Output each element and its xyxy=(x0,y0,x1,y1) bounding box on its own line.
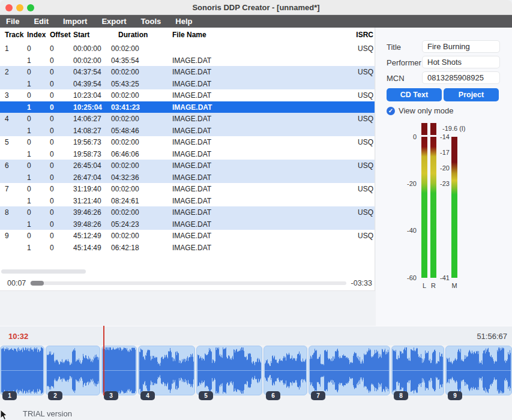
table-row[interactable]: 1 0 31:21:40 08:24:61 IMAGE.DAT xyxy=(0,195,375,207)
cell-track: 4 xyxy=(5,115,9,123)
cell-duration: 00:02:00 xyxy=(111,208,139,217)
table-row[interactable]: 8 0 0 39:46:26 00:02:00 IMAGE.DAT USQ xyxy=(0,206,375,218)
cell-file-name: IMAGE.DAT xyxy=(172,185,211,193)
cell-track: 1 xyxy=(5,44,9,53)
audio-clip[interactable]: 3 xyxy=(101,346,137,395)
cell-file-name: IMAGE.DAT xyxy=(172,56,211,65)
cell-index: 0 xyxy=(27,138,31,146)
cell-index: 0 xyxy=(27,44,31,53)
table-row[interactable]: 7 0 0 31:19:40 00:02:00 IMAGE.DAT USQ xyxy=(0,183,375,195)
cell-index: 1 xyxy=(27,127,31,135)
table-row[interactable]: 1 0 14:08:27 05:48:46 IMAGE.DAT xyxy=(0,125,375,137)
table-row[interactable]: 1 0 04:39:54 05:43:25 IMAGE.DAT xyxy=(0,78,375,90)
column-header-duration[interactable]: Duration xyxy=(118,31,148,39)
playback-slider[interactable] xyxy=(30,281,346,285)
cell-duration: 00:02:00 xyxy=(111,68,139,76)
cell-start: 10:23:04 xyxy=(73,91,101,100)
column-header-file-name[interactable]: File Name xyxy=(172,31,206,39)
table-row[interactable]: 1 0 19:58:73 06:46:06 IMAGE.DAT xyxy=(0,148,375,160)
cell-start: 04:39:54 xyxy=(73,80,101,88)
cell-track: 9 xyxy=(5,232,9,240)
audio-clip[interactable]: 5 xyxy=(196,346,262,395)
menu-item-tools[interactable]: Tools xyxy=(141,17,161,26)
cell-duration: 06:46:06 xyxy=(111,150,139,158)
m-scale-23: -23 xyxy=(432,180,450,187)
cell-duration: 05:43:25 xyxy=(111,80,139,88)
table-row[interactable]: 1 0 0 00:00:00 00:02:00 USQ xyxy=(0,43,375,55)
table-row[interactable]: 1 0 39:48:26 05:24:23 IMAGE.DAT xyxy=(0,218,375,230)
cell-start: 31:21:40 xyxy=(73,197,101,205)
lr-scale-60: -60 xyxy=(399,274,417,281)
column-header-start[interactable]: Start xyxy=(73,31,89,39)
cell-file-name: IMAGE.DAT xyxy=(172,173,211,182)
menu-item-export[interactable]: Export xyxy=(101,17,126,26)
track-number-badge: 9 xyxy=(448,391,462,400)
cell-offset: 0 xyxy=(50,185,54,193)
cell-offset: 0 xyxy=(50,80,54,88)
audio-clip[interactable]: 7 xyxy=(309,346,390,395)
cell-offset: 0 xyxy=(50,91,54,100)
table-header-row: Track Index Offset Start Duration File N… xyxy=(0,28,375,42)
cell-offset: 0 xyxy=(50,161,54,170)
cell-index: 0 xyxy=(27,185,31,193)
column-header-index[interactable]: Index xyxy=(27,31,46,39)
playback-slider-handle[interactable] xyxy=(31,281,44,286)
audio-clip[interactable]: 2 xyxy=(46,346,100,395)
cell-start: 14:06:27 xyxy=(73,115,101,123)
transport-bar: SRC xyxy=(0,291,512,326)
cell-start: 45:14:49 xyxy=(73,244,101,252)
audio-clip[interactable]: 4 xyxy=(138,346,195,395)
table-row[interactable]: 1 0 26:47:04 04:32:36 IMAGE.DAT xyxy=(0,172,375,184)
column-header-isrc[interactable]: ISRC xyxy=(356,31,373,39)
cell-file-name: IMAGE.DAT xyxy=(172,68,211,76)
table-row[interactable]: 2 0 0 04:37:54 00:02:00 IMAGE.DAT USQ xyxy=(0,66,375,78)
cell-isrc: USQ xyxy=(358,68,373,76)
mcn-input[interactable]: 0813285908925 xyxy=(422,71,500,84)
table-row[interactable]: 1 0 00:02:00 04:35:54 IMAGE.DAT xyxy=(0,55,375,67)
menu-item-help[interactable]: Help xyxy=(175,17,192,26)
table-row[interactable]: 9 0 0 45:12:49 00:02:00 IMAGE.DAT USQ xyxy=(0,230,375,242)
audio-clip[interactable]: 1 xyxy=(0,346,44,395)
cd-text-button[interactable]: CD Text xyxy=(387,88,442,101)
cell-index: 1 xyxy=(27,197,31,205)
table-row[interactable]: 6 0 0 26:45:04 00:02:00 IMAGE.DAT USQ xyxy=(0,160,375,172)
cell-start: 19:56:73 xyxy=(73,138,101,146)
track-number-badge: 1 xyxy=(2,391,17,400)
cell-offset: 0 xyxy=(50,44,54,53)
playhead-line[interactable] xyxy=(103,326,104,395)
track-number-badge: 2 xyxy=(48,391,62,400)
audio-clip[interactable]: 9 xyxy=(445,346,512,395)
track-number-badge: 4 xyxy=(140,391,155,400)
table-row[interactable]: 4 0 0 14:06:27 00:02:00 IMAGE.DAT USQ xyxy=(0,113,375,125)
waveform xyxy=(47,347,99,394)
cell-start: 14:08:27 xyxy=(73,127,101,135)
cell-index: 1 xyxy=(27,80,31,88)
audio-clip[interactable]: 6 xyxy=(264,346,307,395)
cell-isrc: USQ xyxy=(358,161,373,170)
table-row[interactable]: 1 0 10:25:04 03:41:23 IMAGE.DAT xyxy=(0,101,375,113)
cell-duration: 00:02:00 xyxy=(111,138,139,146)
timeline-ruler[interactable]: 10:32 51:56:67 xyxy=(0,326,512,345)
cell-duration: 05:48:46 xyxy=(111,127,139,135)
table-row[interactable]: 5 0 0 19:56:73 00:02:00 IMAGE.DAT USQ xyxy=(0,136,375,148)
status-bar: TRIAL version xyxy=(0,403,512,420)
level-meter-right xyxy=(430,137,436,278)
menu-item-file[interactable]: File xyxy=(6,17,19,26)
table-horizontal-scrollbar[interactable] xyxy=(1,269,86,274)
mcn-label: MCN xyxy=(387,74,405,83)
column-header-track[interactable]: Track xyxy=(5,31,23,39)
title-input[interactable]: Fire Burning xyxy=(422,40,500,53)
cell-offset: 0 xyxy=(50,115,54,123)
menu-item-edit[interactable]: Edit xyxy=(34,17,49,26)
cell-duration: 00:02:00 xyxy=(111,91,139,100)
cell-index: 1 xyxy=(27,150,31,158)
table-row[interactable]: 1 0 45:14:49 06:42:18 IMAGE.DAT xyxy=(0,242,375,254)
table-row[interactable]: 3 0 0 10:23:04 00:02:00 IMAGE.DAT USQ xyxy=(0,89,375,101)
view-only-checkbox[interactable]: ✓ xyxy=(387,107,395,115)
column-header-offset[interactable]: Offset xyxy=(50,31,71,39)
performer-input[interactable]: Hot Shots xyxy=(422,56,500,68)
cell-file-name: IMAGE.DAT xyxy=(172,208,211,217)
audio-clip[interactable]: 8 xyxy=(391,346,444,395)
project-button[interactable]: Project xyxy=(444,88,499,101)
menu-item-import[interactable]: Import xyxy=(63,17,87,26)
